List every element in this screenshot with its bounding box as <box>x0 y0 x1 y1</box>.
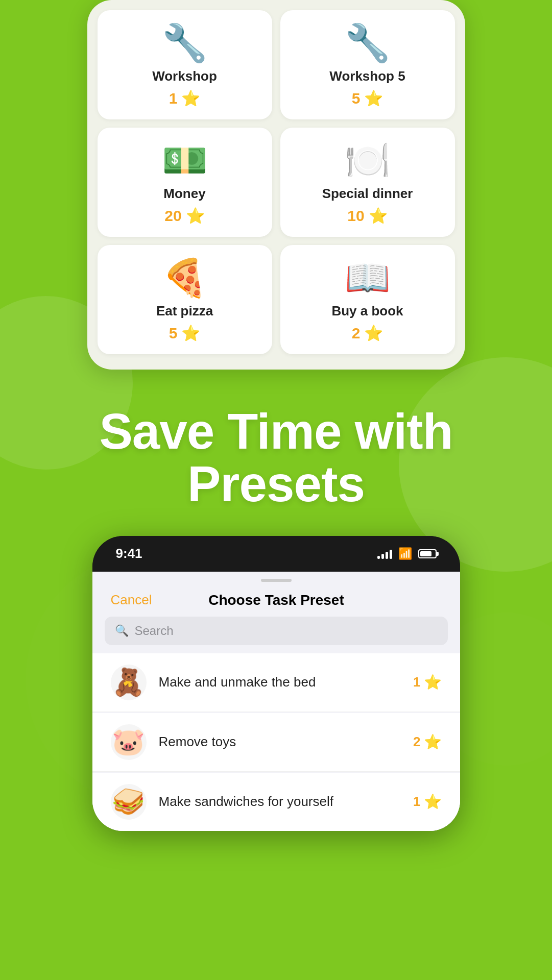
status-bar: 9:41 📶 <box>92 536 460 572</box>
star-icon: ⭐ <box>181 89 200 107</box>
sheet-header: Cancel Choose Task Preset <box>92 587 460 617</box>
handle-bar <box>261 579 292 582</box>
task-item-remove-toys[interactable]: 🐷 Remove toys 2 ⭐ <box>92 713 460 772</box>
reward-icon-workshop1: 🔧 <box>162 24 208 61</box>
status-time: 9:41 <box>116 546 142 561</box>
reward-item-money[interactable]: 💵 Money 20 ⭐ <box>98 128 272 237</box>
task-points-make-bed: 1 ⭐ <box>413 674 441 691</box>
reward-name-eat-pizza: Eat pizza <box>156 303 213 319</box>
sheet-title: Choose Task Preset <box>208 592 344 608</box>
signal-icon <box>377 549 392 559</box>
battery-icon <box>418 549 437 558</box>
reward-points-eat-pizza: 5 ⭐ <box>169 324 201 342</box>
search-placeholder: Search <box>135 624 174 638</box>
sheet-handle <box>92 572 460 587</box>
reward-item-workshop5[interactable]: 🔧 Workshop 5 5 ⭐ <box>280 10 455 119</box>
task-icon-make-bed: 🧸 <box>111 665 147 700</box>
reward-points-money: 20 ⭐ <box>164 207 204 225</box>
reward-points-workshop5: 5 ⭐ <box>352 89 383 107</box>
reward-icon-money: 💵 <box>162 142 208 179</box>
reward-item-buy-book[interactable]: 📖 Buy a book 2 ⭐ <box>280 245 455 354</box>
search-bar[interactable]: 🔍 Search <box>105 617 448 645</box>
search-container: 🔍 Search <box>92 617 460 653</box>
reward-item-workshop1[interactable]: 🔧 Workshop 1 ⭐ <box>98 10 272 119</box>
hero-title: Save Time with Presets <box>31 405 521 510</box>
hero-section: Save Time with Presets <box>0 370 552 536</box>
star-icon: ⭐ <box>181 324 200 342</box>
star-icon: ⭐ <box>186 207 205 225</box>
task-icon-sandwiches: 🥪 <box>111 784 147 820</box>
phone-mockup: 9:41 📶 Cancel Choose Task Preset <box>92 536 460 831</box>
task-item-make-bed[interactable]: 🧸 Make and unmake the bed 1 ⭐ <box>92 653 460 712</box>
task-list: 🧸 Make and unmake the bed 1 ⭐ 🐷 Remove t… <box>92 653 460 831</box>
reward-item-special-dinner[interactable]: 🍽️ Special dinner 10 ⭐ <box>280 128 455 237</box>
rewards-grid: 🔧 Workshop 1 ⭐ 🔧 Workshop 5 5 ⭐ 💵 Money … <box>98 10 455 354</box>
task-name-make-bed: Make and unmake the bed <box>159 674 401 690</box>
reward-points-workshop1: 1 ⭐ <box>169 89 201 107</box>
task-name-sandwiches: Make sandwiches for yourself <box>159 794 401 810</box>
task-star-icon: ⭐ <box>424 674 442 691</box>
task-points-sandwiches: 1 ⭐ <box>413 793 441 810</box>
reward-name-buy-book: Buy a book <box>331 303 403 319</box>
task-name-remove-toys: Remove toys <box>159 734 401 750</box>
reward-name-money: Money <box>163 186 205 202</box>
star-icon: ⭐ <box>364 89 383 107</box>
phone-screen: Cancel Choose Task Preset 🔍 Search 🧸 Mak… <box>92 572 460 831</box>
task-icon-remove-toys: 🐷 <box>111 724 147 760</box>
task-star-icon: ⭐ <box>424 733 442 750</box>
star-icon: ⭐ <box>369 207 388 225</box>
status-icons: 📶 <box>377 547 437 560</box>
reward-name-special-dinner: Special dinner <box>322 186 413 202</box>
search-icon: 🔍 <box>115 624 129 638</box>
task-star-icon: ⭐ <box>424 793 442 810</box>
rewards-card: 🔧 Workshop 1 ⭐ 🔧 Workshop 5 5 ⭐ 💵 Money … <box>87 0 465 370</box>
reward-icon-buy-book: 📖 <box>345 259 391 296</box>
reward-name-workshop1: Workshop <box>152 68 217 84</box>
reward-name-workshop5: Workshop 5 <box>329 68 405 84</box>
reward-points-buy-book: 2 ⭐ <box>352 324 383 342</box>
reward-icon-workshop5: 🔧 <box>345 24 391 61</box>
wifi-icon: 📶 <box>398 547 412 560</box>
reward-points-special-dinner: 10 ⭐ <box>347 207 387 225</box>
cancel-button[interactable]: Cancel <box>111 592 152 608</box>
task-points-remove-toys: 2 ⭐ <box>413 733 441 750</box>
reward-icon-eat-pizza: 🍕 <box>162 259 208 296</box>
reward-item-eat-pizza[interactable]: 🍕 Eat pizza 5 ⭐ <box>98 245 272 354</box>
reward-icon-special-dinner: 🍽️ <box>345 142 391 179</box>
star-icon: ⭐ <box>364 324 383 342</box>
task-item-sandwiches[interactable]: 🥪 Make sandwiches for yourself 1 ⭐ <box>92 773 460 831</box>
